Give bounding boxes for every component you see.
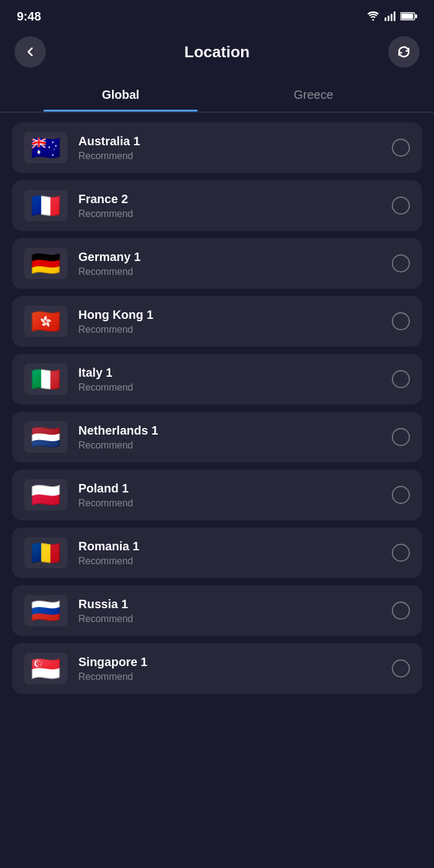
list-item[interactable]: 🇩🇪 Germany 1 Recommend (12, 238, 422, 289)
item-sub: Recommend (78, 614, 392, 624)
list-item[interactable]: 🇷🇺 Russia 1 Recommend (12, 585, 422, 636)
flag-icon: 🇵🇱 (24, 479, 68, 511)
item-sub: Recommend (78, 440, 392, 451)
flag-icon: 🇦🇺 (24, 132, 68, 163)
flag-icon: 🇫🇷 (24, 190, 68, 221)
back-button[interactable] (14, 36, 46, 68)
radio-button[interactable] (392, 312, 410, 330)
list-item[interactable]: 🇦🇺 Australia 1 Recommend (12, 122, 422, 173)
item-info: Australia 1 Recommend (78, 134, 392, 162)
item-name: Singapore 1 (78, 655, 392, 669)
flag-icon: 🇭🇰 (24, 306, 68, 337)
item-name: Romania 1 (78, 539, 392, 553)
radio-button[interactable] (392, 254, 410, 272)
page-title: Location (184, 43, 250, 61)
item-sub: Recommend (78, 382, 392, 393)
flag-icon: 🇸🇬 (24, 653, 68, 684)
item-info: Hong Kong 1 Recommend (78, 308, 392, 335)
item-name: Germany 1 (78, 250, 392, 264)
header: Location (0, 30, 434, 80)
item-info: Russia 1 Recommend (78, 597, 392, 624)
item-name: Hong Kong 1 (78, 308, 392, 322)
svg-rect-0 (385, 17, 386, 21)
list-item[interactable]: 🇭🇰 Hong Kong 1 Recommend (12, 296, 422, 347)
item-info: Italy 1 Recommend (78, 366, 392, 393)
item-sub: Recommend (78, 209, 392, 219)
item-name: Netherlands 1 (78, 424, 392, 438)
radio-button[interactable] (392, 659, 410, 678)
item-sub: Recommend (78, 151, 392, 162)
status-time: 9:48 (17, 10, 41, 24)
svg-rect-5 (415, 14, 417, 18)
list-item[interactable]: 🇸🇬 Singapore 1 Recommend (12, 643, 422, 694)
list-item[interactable]: 🇫🇷 France 2 Recommend (12, 180, 422, 231)
radio-button[interactable] (392, 370, 410, 388)
tab-divider (0, 112, 434, 113)
item-name: France 2 (78, 192, 392, 206)
refresh-button[interactable] (388, 36, 420, 68)
list-item[interactable]: 🇮🇹 Italy 1 Recommend (12, 354, 422, 404)
list-item[interactable]: 🇳🇱 Netherlands 1 Recommend (12, 412, 422, 462)
radio-button[interactable] (392, 197, 410, 215)
flag-icon: 🇳🇱 (24, 421, 68, 453)
radio-button[interactable] (392, 486, 410, 504)
flag-icon: 🇩🇪 (24, 248, 68, 279)
flag-icon: 🇷🇴 (24, 537, 68, 568)
item-sub: Recommend (78, 498, 392, 509)
item-info: Singapore 1 Recommend (78, 655, 392, 682)
radio-button[interactable] (392, 544, 410, 562)
item-info: Romania 1 Recommend (78, 539, 392, 567)
item-info: France 2 Recommend (78, 192, 392, 219)
radio-button[interactable] (392, 428, 410, 446)
item-name: Italy 1 (78, 366, 392, 380)
svg-rect-3 (394, 11, 395, 21)
item-name: Russia 1 (78, 597, 392, 611)
location-list: 🇦🇺 Australia 1 Recommend 🇫🇷 France 2 Rec… (0, 118, 434, 706)
item-name: Australia 1 (78, 134, 392, 148)
item-sub: Recommend (78, 266, 392, 277)
item-sub: Recommend (78, 324, 392, 335)
item-info: Poland 1 Recommend (78, 482, 392, 509)
battery-icon (400, 12, 417, 20)
svg-rect-2 (391, 14, 392, 21)
radio-button[interactable] (392, 602, 410, 620)
tabs: Global Greece (0, 80, 434, 112)
list-item[interactable]: 🇷🇴 Romania 1 Recommend (12, 527, 422, 578)
radio-button[interactable] (392, 139, 410, 157)
flag-icon: 🇷🇺 (24, 595, 68, 626)
item-sub: Recommend (78, 671, 392, 682)
item-name: Poland 1 (78, 482, 392, 495)
signal-icon (385, 11, 395, 21)
item-sub: Recommend (78, 556, 392, 567)
flag-icon: 🇮🇹 (24, 363, 68, 395)
tab-global[interactable]: Global (24, 80, 217, 112)
item-info: Netherlands 1 Recommend (78, 424, 392, 451)
list-item[interactable]: 🇵🇱 Poland 1 Recommend (12, 470, 422, 520)
svg-rect-1 (388, 16, 389, 21)
status-bar: 9:48 (0, 0, 434, 30)
svg-rect-6 (401, 14, 414, 19)
status-icons (366, 11, 417, 21)
wifi-icon (366, 11, 380, 21)
tab-greece[interactable]: Greece (217, 80, 410, 112)
item-info: Germany 1 Recommend (78, 250, 392, 277)
